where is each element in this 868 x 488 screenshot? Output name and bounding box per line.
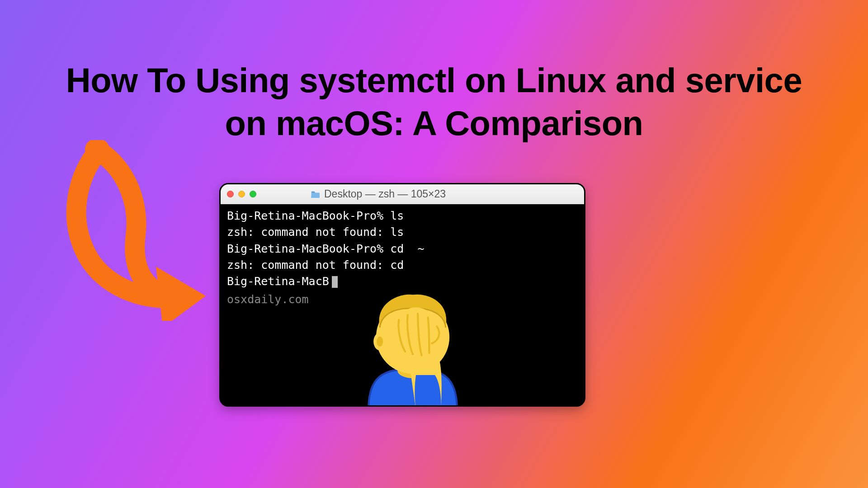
close-icon[interactable] <box>227 191 234 197</box>
svg-point-4 <box>377 337 383 347</box>
traffic-lights <box>227 191 256 197</box>
terminal-body[interactable]: Big-Retina-MacBook-Pro% ls zsh: command … <box>221 204 584 405</box>
terminal-window: Desktop — zsh — 105×23 Big-Retina-MacBoo… <box>219 183 585 407</box>
svg-marker-0 <box>156 267 206 321</box>
terminal-line: Big-Retina-MacBook-Pro% ls <box>227 208 578 224</box>
terminal-line: zsh: command not found: ls <box>227 224 578 240</box>
minimize-icon[interactable] <box>238 191 245 197</box>
maximize-icon[interactable] <box>250 191 256 197</box>
terminal-line: Big-Retina-MacBook-Pro% cd ~ <box>227 241 578 257</box>
terminal-line: zsh: command not found: cd <box>227 257 578 273</box>
terminal-titlebar: Desktop — zsh — 105×23 <box>221 184 584 204</box>
curved-arrow-icon <box>50 140 212 321</box>
page-title: How To Using systemctl on Linux and serv… <box>54 59 814 145</box>
terminal-cursor <box>332 276 338 288</box>
terminal-title-text: Desktop — zsh — 105×23 <box>324 188 446 200</box>
facepalm-emoji-icon <box>349 283 476 407</box>
folder-icon <box>311 190 321 198</box>
